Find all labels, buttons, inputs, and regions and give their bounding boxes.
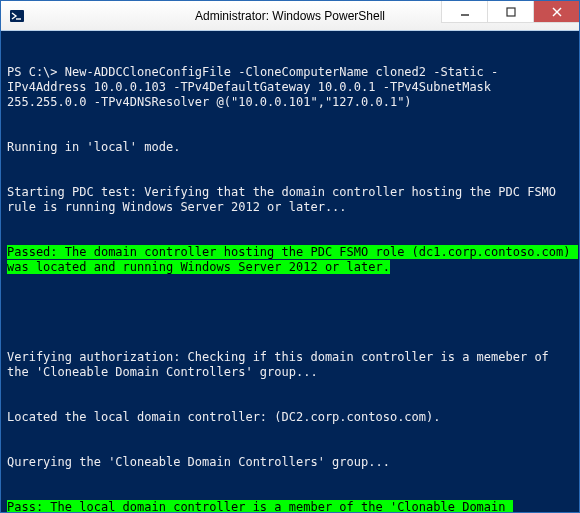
powershell-icon: [9, 8, 25, 24]
output-pass-line: Pass: The local domain controller is a m…: [7, 500, 573, 512]
window-controls: [441, 1, 579, 23]
output-line: Running in 'local' mode.: [7, 140, 573, 155]
output-line: Starting PDC test: Verifying that the do…: [7, 185, 573, 215]
pass-highlight: Pass: The local domain controller is a m…: [7, 500, 513, 512]
output-pass-line: Passed: The domain controller hosting th…: [7, 245, 573, 275]
prompt: PS C:\>: [7, 65, 58, 79]
close-button[interactable]: [533, 1, 579, 23]
output-line: Verifying authorization: Checking if thi…: [7, 350, 573, 380]
prompt-line: PS C:\> New-ADDCCloneConfigFile -CloneCo…: [7, 65, 573, 110]
minimize-button[interactable]: [441, 1, 487, 23]
pass-highlight: Passed: The domain controller hosting th…: [7, 245, 578, 274]
maximize-button[interactable]: [487, 1, 533, 23]
console-area[interactable]: PS C:\> New-ADDCCloneConfigFile -CloneCo…: [1, 31, 579, 512]
window-titlebar: Administrator: Windows PowerShell: [1, 1, 579, 31]
command-text: New-ADDCCloneConfigFile -CloneComputerNa…: [7, 65, 498, 109]
output-line: Qurerying the 'Cloneable Domain Controll…: [7, 455, 573, 470]
svg-rect-3: [507, 8, 515, 16]
output-line: Located the local domain controller: (DC…: [7, 410, 573, 425]
